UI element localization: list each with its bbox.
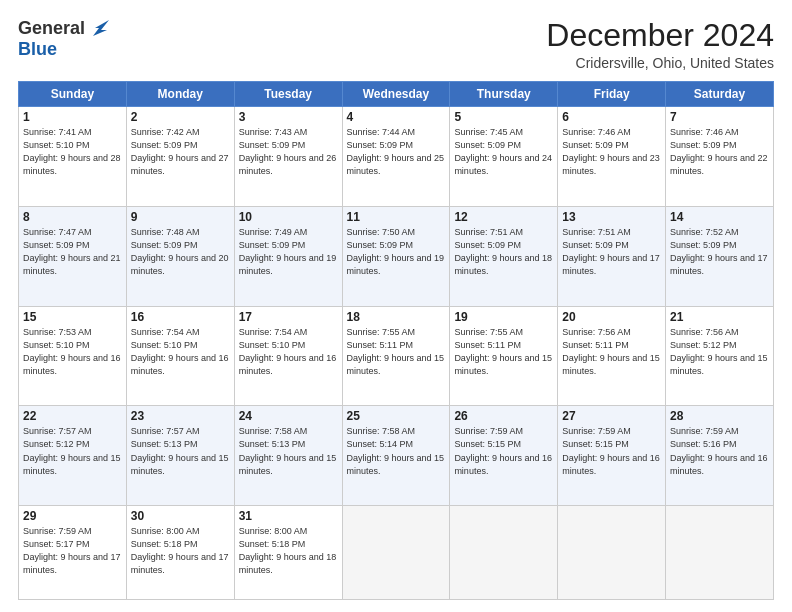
day-info: Sunrise: 7:50 AMSunset: 5:09 PMDaylight:… — [347, 226, 446, 278]
day-number: 8 — [23, 210, 122, 224]
day-number: 1 — [23, 110, 122, 124]
calendar-header-row: Sunday Monday Tuesday Wednesday Thursday… — [19, 82, 774, 107]
table-row: 7Sunrise: 7:46 AMSunset: 5:09 PMDaylight… — [666, 107, 774, 207]
header: General Blue December 2024 Cridersville,… — [18, 18, 774, 71]
day-info: Sunrise: 7:57 AMSunset: 5:13 PMDaylight:… — [131, 425, 230, 477]
table-row — [450, 506, 558, 600]
table-row: 25Sunrise: 7:58 AMSunset: 5:14 PMDayligh… — [342, 406, 450, 506]
day-info: Sunrise: 7:55 AMSunset: 5:11 PMDaylight:… — [347, 326, 446, 378]
day-info: Sunrise: 7:41 AMSunset: 5:10 PMDaylight:… — [23, 126, 122, 178]
day-number: 23 — [131, 409, 230, 423]
table-row: 27Sunrise: 7:59 AMSunset: 5:15 PMDayligh… — [558, 406, 666, 506]
day-info: Sunrise: 7:56 AMSunset: 5:11 PMDaylight:… — [562, 326, 661, 378]
table-row: 4Sunrise: 7:44 AMSunset: 5:09 PMDaylight… — [342, 107, 450, 207]
col-monday: Monday — [126, 82, 234, 107]
day-number: 22 — [23, 409, 122, 423]
day-number: 13 — [562, 210, 661, 224]
table-row: 11Sunrise: 7:50 AMSunset: 5:09 PMDayligh… — [342, 206, 450, 306]
day-number: 25 — [347, 409, 446, 423]
day-number: 11 — [347, 210, 446, 224]
day-number: 19 — [454, 310, 553, 324]
table-row: 9Sunrise: 7:48 AMSunset: 5:09 PMDaylight… — [126, 206, 234, 306]
table-row: 21Sunrise: 7:56 AMSunset: 5:12 PMDayligh… — [666, 306, 774, 406]
day-number: 14 — [670, 210, 769, 224]
table-row: 20Sunrise: 7:56 AMSunset: 5:11 PMDayligh… — [558, 306, 666, 406]
table-row: 5Sunrise: 7:45 AMSunset: 5:09 PMDaylight… — [450, 107, 558, 207]
day-number: 30 — [131, 509, 230, 523]
table-row: 17Sunrise: 7:54 AMSunset: 5:10 PMDayligh… — [234, 306, 342, 406]
page: General Blue December 2024 Cridersville,… — [0, 0, 792, 612]
day-number: 28 — [670, 409, 769, 423]
day-info: Sunrise: 7:53 AMSunset: 5:10 PMDaylight:… — [23, 326, 122, 378]
day-info: Sunrise: 7:59 AMSunset: 5:16 PMDaylight:… — [670, 425, 769, 477]
logo-blue-text: Blue — [18, 39, 57, 60]
table-row — [342, 506, 450, 600]
table-row: 18Sunrise: 7:55 AMSunset: 5:11 PMDayligh… — [342, 306, 450, 406]
table-row: 3Sunrise: 7:43 AMSunset: 5:09 PMDaylight… — [234, 107, 342, 207]
table-row — [666, 506, 774, 600]
day-info: Sunrise: 7:42 AMSunset: 5:09 PMDaylight:… — [131, 126, 230, 178]
calendar-week-row: 8Sunrise: 7:47 AMSunset: 5:09 PMDaylight… — [19, 206, 774, 306]
day-number: 9 — [131, 210, 230, 224]
day-info: Sunrise: 7:57 AMSunset: 5:12 PMDaylight:… — [23, 425, 122, 477]
day-info: Sunrise: 7:46 AMSunset: 5:09 PMDaylight:… — [670, 126, 769, 178]
table-row: 2Sunrise: 7:42 AMSunset: 5:09 PMDaylight… — [126, 107, 234, 207]
day-number: 26 — [454, 409, 553, 423]
day-number: 31 — [239, 509, 338, 523]
day-info: Sunrise: 7:43 AMSunset: 5:09 PMDaylight:… — [239, 126, 338, 178]
table-row: 15Sunrise: 7:53 AMSunset: 5:10 PMDayligh… — [19, 306, 127, 406]
day-number: 7 — [670, 110, 769, 124]
day-number: 12 — [454, 210, 553, 224]
day-number: 3 — [239, 110, 338, 124]
day-info: Sunrise: 7:52 AMSunset: 5:09 PMDaylight:… — [670, 226, 769, 278]
day-number: 10 — [239, 210, 338, 224]
title-block: December 2024 Cridersville, Ohio, United… — [546, 18, 774, 71]
day-number: 20 — [562, 310, 661, 324]
day-number: 27 — [562, 409, 661, 423]
day-info: Sunrise: 7:59 AMSunset: 5:15 PMDaylight:… — [562, 425, 661, 477]
day-number: 18 — [347, 310, 446, 324]
col-friday: Friday — [558, 82, 666, 107]
table-row: 1Sunrise: 7:41 AMSunset: 5:10 PMDaylight… — [19, 107, 127, 207]
col-wednesday: Wednesday — [342, 82, 450, 107]
calendar-week-row: 15Sunrise: 7:53 AMSunset: 5:10 PMDayligh… — [19, 306, 774, 406]
month-title: December 2024 — [546, 18, 774, 53]
table-row: 26Sunrise: 7:59 AMSunset: 5:15 PMDayligh… — [450, 406, 558, 506]
table-row: 8Sunrise: 7:47 AMSunset: 5:09 PMDaylight… — [19, 206, 127, 306]
table-row: 23Sunrise: 7:57 AMSunset: 5:13 PMDayligh… — [126, 406, 234, 506]
day-number: 29 — [23, 509, 122, 523]
col-tuesday: Tuesday — [234, 82, 342, 107]
day-number: 2 — [131, 110, 230, 124]
table-row: 10Sunrise: 7:49 AMSunset: 5:09 PMDayligh… — [234, 206, 342, 306]
day-number: 6 — [562, 110, 661, 124]
table-row — [558, 506, 666, 600]
location: Cridersville, Ohio, United States — [546, 55, 774, 71]
day-info: Sunrise: 7:58 AMSunset: 5:14 PMDaylight:… — [347, 425, 446, 477]
day-info: Sunrise: 7:45 AMSunset: 5:09 PMDaylight:… — [454, 126, 553, 178]
day-info: Sunrise: 7:51 AMSunset: 5:09 PMDaylight:… — [562, 226, 661, 278]
day-number: 21 — [670, 310, 769, 324]
table-row: 12Sunrise: 7:51 AMSunset: 5:09 PMDayligh… — [450, 206, 558, 306]
table-row: 6Sunrise: 7:46 AMSunset: 5:09 PMDaylight… — [558, 107, 666, 207]
day-info: Sunrise: 7:44 AMSunset: 5:09 PMDaylight:… — [347, 126, 446, 178]
day-info: Sunrise: 7:47 AMSunset: 5:09 PMDaylight:… — [23, 226, 122, 278]
logo: General Blue — [18, 18, 109, 60]
calendar-table: Sunday Monday Tuesday Wednesday Thursday… — [18, 81, 774, 600]
calendar-week-row: 1Sunrise: 7:41 AMSunset: 5:10 PMDaylight… — [19, 107, 774, 207]
table-row: 19Sunrise: 7:55 AMSunset: 5:11 PMDayligh… — [450, 306, 558, 406]
day-info: Sunrise: 7:56 AMSunset: 5:12 PMDaylight:… — [670, 326, 769, 378]
col-thursday: Thursday — [450, 82, 558, 107]
table-row: 13Sunrise: 7:51 AMSunset: 5:09 PMDayligh… — [558, 206, 666, 306]
table-row: 16Sunrise: 7:54 AMSunset: 5:10 PMDayligh… — [126, 306, 234, 406]
table-row: 14Sunrise: 7:52 AMSunset: 5:09 PMDayligh… — [666, 206, 774, 306]
table-row: 29Sunrise: 7:59 AMSunset: 5:17 PMDayligh… — [19, 506, 127, 600]
day-info: Sunrise: 7:59 AMSunset: 5:17 PMDaylight:… — [23, 525, 122, 577]
day-info: Sunrise: 7:51 AMSunset: 5:09 PMDaylight:… — [454, 226, 553, 278]
table-row: 24Sunrise: 7:58 AMSunset: 5:13 PMDayligh… — [234, 406, 342, 506]
col-sunday: Sunday — [19, 82, 127, 107]
day-number: 17 — [239, 310, 338, 324]
calendar-week-row: 29Sunrise: 7:59 AMSunset: 5:17 PMDayligh… — [19, 506, 774, 600]
table-row: 22Sunrise: 7:57 AMSunset: 5:12 PMDayligh… — [19, 406, 127, 506]
day-number: 5 — [454, 110, 553, 124]
day-info: Sunrise: 7:46 AMSunset: 5:09 PMDaylight:… — [562, 126, 661, 178]
